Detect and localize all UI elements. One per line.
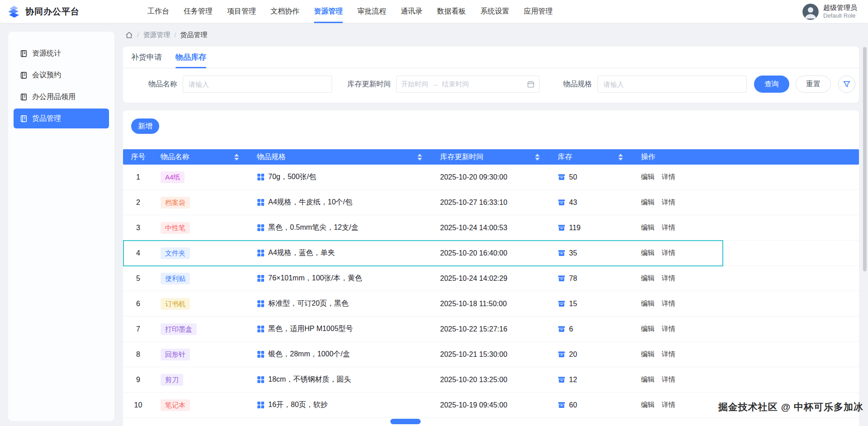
stock-time-cell: 2025-10-27 16:33:10: [433, 199, 550, 207]
breadcrumb-item[interactable]: 货品管理: [180, 31, 207, 39]
edit-link[interactable]: 编辑: [641, 249, 655, 257]
detail-link[interactable]: 详情: [662, 325, 675, 333]
detail-link[interactable]: 详情: [662, 401, 675, 409]
column-header-label: 物品名称: [161, 152, 190, 162]
item-name-tag: 剪刀: [161, 374, 183, 386]
stock-time-cell: 2025-10-19 09:45:00: [433, 401, 550, 409]
sort-caret-icon[interactable]: [535, 154, 540, 161]
column-header-库存更新时间[interactable]: 库存更新时间: [433, 149, 550, 165]
edit-link[interactable]: 编辑: [641, 375, 655, 384]
edit-link[interactable]: 编辑: [641, 274, 655, 283]
sort-caret-icon[interactable]: [234, 154, 239, 161]
edit-link[interactable]: 编辑: [641, 325, 655, 333]
table-header-row: 序号物品名称物品规格库存更新时间库存操作: [123, 149, 859, 165]
sidebar: 资源统计会议预约办公用品领用货品管理: [8, 31, 115, 421]
edit-link[interactable]: 编辑: [641, 299, 655, 308]
item-spec-cell: 标准型，可订20页，黑色: [250, 299, 433, 308]
nav-item-数据看板[interactable]: 数据看板: [437, 0, 466, 23]
item-spec-filter-input[interactable]: [598, 76, 747, 93]
edit-link[interactable]: 编辑: [641, 401, 655, 409]
nav-item-任务管理[interactable]: 任务管理: [184, 0, 213, 23]
user-name: 超级管理员: [823, 4, 857, 12]
reset-button[interactable]: 重置: [796, 76, 831, 93]
nav-item-审批流程[interactable]: 审批流程: [357, 0, 386, 23]
pagination-active-page-fragment[interactable]: [390, 419, 421, 424]
edit-link[interactable]: 编辑: [641, 198, 655, 207]
nav-item-应用管理[interactable]: 应用管理: [524, 0, 553, 23]
row-index: 4: [123, 249, 153, 257]
nav-item-资源管理[interactable]: 资源管理: [314, 0, 343, 23]
detail-link[interactable]: 详情: [662, 173, 675, 181]
detail-link[interactable]: 详情: [662, 249, 675, 257]
item-name-filter-input[interactable]: [183, 76, 332, 93]
detail-link[interactable]: 详情: [662, 375, 675, 384]
item-name-cell: 笔记本: [153, 399, 250, 411]
stock-box-icon: [558, 350, 565, 358]
item-name-cell: 文件夹: [153, 247, 250, 259]
detail-link[interactable]: 详情: [662, 223, 675, 232]
book-icon: [20, 115, 28, 123]
spec-grid-icon: [257, 249, 265, 257]
nav-item-系统设置[interactable]: 系统设置: [480, 0, 509, 23]
watermark-text: 掘金技术社区 @ 中杯可乐多加冰: [718, 401, 863, 413]
tab-补货申请[interactable]: 补货申请: [131, 52, 162, 68]
stock-cell: 35: [550, 249, 634, 257]
stock-cell: 6: [550, 325, 634, 333]
sidebar-item-资源统计[interactable]: 资源统计: [14, 43, 109, 63]
stock-box-icon: [558, 224, 565, 232]
avatar[interactable]: [802, 4, 819, 20]
row-index: 1: [123, 173, 153, 181]
row-actions: 编辑详情: [634, 173, 859, 181]
spec-grid-icon: [257, 325, 265, 333]
detail-link[interactable]: 详情: [662, 274, 675, 283]
user-box[interactable]: 超级管理员 Default Role: [802, 4, 857, 20]
table-row: 8回形针银色，28mm，1000个/盒2025-10-21 15:30:0020…: [123, 342, 859, 367]
vertical-scrollbar[interactable]: [863, 47, 867, 271]
breadcrumb-item[interactable]: 资源管理: [143, 31, 170, 39]
item-spec-cell: 银色，28mm，1000个/盒: [250, 350, 433, 359]
column-header-物品名称[interactable]: 物品名称: [153, 149, 250, 165]
item-name-tag: 便利贴: [161, 273, 190, 284]
column-header-库存[interactable]: 库存: [550, 149, 634, 165]
stock-time-range-picker[interactable]: 开始时间 → 结束时间: [396, 76, 540, 93]
detail-link[interactable]: 详情: [662, 350, 675, 359]
table-body: 1A4纸70g，500张/包2025-10-20 09:30:0050编辑详情2…: [123, 165, 859, 418]
nav-item-文档协作[interactable]: 文档协作: [270, 0, 299, 23]
spec-grid-icon: [257, 376, 265, 383]
sidebar-item-会议预约[interactable]: 会议预约: [14, 65, 109, 85]
column-header-物品规格[interactable]: 物品规格: [250, 149, 433, 165]
column-header-label: 库存: [558, 152, 572, 162]
sort-caret-icon[interactable]: [618, 154, 623, 161]
filter-funnel-button[interactable]: [838, 76, 855, 93]
breadcrumb-separator: /: [137, 31, 139, 39]
table-row: 9剪刀18cm，不锈钢材质，圆头2025-10-20 13:25:0012编辑详…: [123, 367, 859, 393]
tab-物品库存[interactable]: 物品库存: [175, 52, 206, 68]
end-time-placeholder: 结束时间: [442, 80, 469, 89]
home-icon[interactable]: [125, 31, 133, 39]
sidebar-item-办公用品领用[interactable]: 办公用品领用: [14, 87, 109, 107]
search-button[interactable]: 查询: [754, 76, 789, 93]
edit-link[interactable]: 编辑: [641, 173, 655, 181]
spec-grid-icon: [257, 199, 265, 206]
edit-link[interactable]: 编辑: [641, 223, 655, 232]
sidebar-item-label: 会议预约: [32, 71, 61, 80]
stock-time-cell: 2025-10-21 15:30:00: [433, 350, 550, 359]
detail-link[interactable]: 详情: [662, 198, 675, 207]
nav-item-通讯录[interactable]: 通讯录: [401, 0, 422, 23]
stock-time-cell: 2025-10-20 09:30:00: [433, 173, 550, 181]
item-spec-cell: A4规格，蓝色，单夹: [250, 248, 433, 258]
nav-item-项目管理[interactable]: 项目管理: [227, 0, 256, 23]
nav-item-工作台[interactable]: 工作台: [147, 0, 169, 23]
sort-caret-icon[interactable]: [417, 154, 422, 161]
detail-link[interactable]: 详情: [662, 299, 675, 308]
sidebar-item-货品管理[interactable]: 货品管理: [14, 109, 109, 128]
item-name-cell: 中性笔: [153, 222, 250, 234]
start-time-placeholder: 开始时间: [401, 80, 428, 89]
item-name-cell: 便利贴: [153, 273, 250, 284]
row-index: 8: [123, 350, 153, 359]
stock-cell: 50: [550, 173, 634, 181]
table-row: 3中性笔黑色，0.5mm笔尖，12支/盒2025-10-24 14:00:531…: [123, 215, 859, 241]
add-button[interactable]: 新增: [131, 118, 159, 134]
stock-box-icon: [558, 376, 565, 383]
edit-link[interactable]: 编辑: [641, 350, 655, 359]
